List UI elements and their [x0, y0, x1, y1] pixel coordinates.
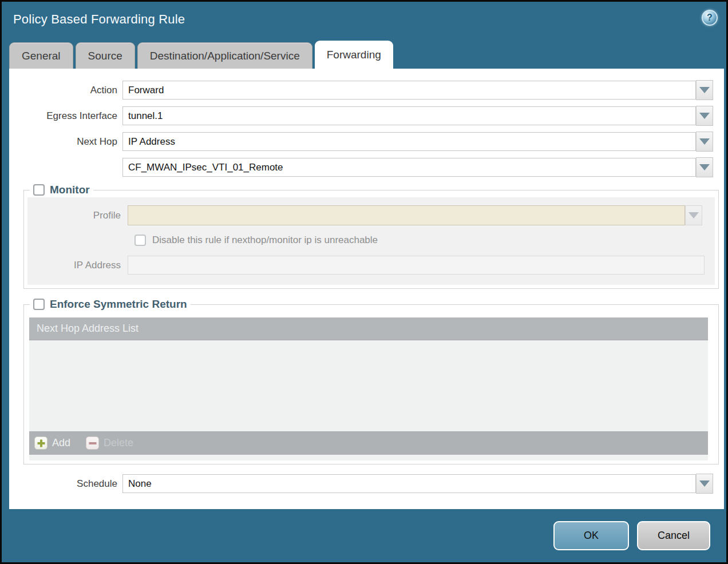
egress-interface-dropdown-button[interactable] — [696, 106, 713, 126]
next-hop-address-dropdown-button[interactable] — [696, 157, 713, 177]
enforce-symmetric-return-group: Enforce Symmetric Return Next Hop Addres… — [23, 298, 719, 464]
tab-source[interactable]: Source — [76, 42, 135, 69]
disable-rule-row: Disable this rule if nexthop/monitor ip … — [134, 233, 715, 247]
enforce-symmetric-return-legend: Enforce Symmetric Return — [30, 298, 191, 311]
monitor-ip-label: IP Address — [27, 260, 128, 271]
ok-button-label: OK — [584, 530, 599, 542]
action-label: Action — [9, 81, 122, 100]
disable-rule-checkbox[interactable] — [134, 235, 146, 246]
monitor-panel: Profile Disable this rule if nexthop/mon… — [27, 197, 715, 285]
action-value: Forward — [128, 85, 164, 96]
delete-button[interactable]: Delete — [86, 436, 133, 450]
egress-interface-field[interactable]: tunnel.1 — [122, 106, 696, 125]
dialog-title: Policy Based Forwarding Rule — [13, 12, 185, 27]
next-hop-value: IP Address — [128, 136, 175, 148]
help-icon[interactable]: ? — [702, 10, 718, 26]
tab-bar: General Source Destination/Application/S… — [9, 41, 393, 69]
egress-interface-row: Egress Interface tunnel.1 — [9, 106, 724, 125]
dialog-titlebar: Policy Based Forwarding Rule ? — [2, 2, 726, 37]
action-field[interactable]: Forward — [122, 81, 696, 100]
pbf-rule-dialog: Policy Based Forwarding Rule ? General S… — [0, 0, 728, 564]
next-hop-address-field[interactable]: CF_MWAN_IPsec_VTI_01_Remote — [122, 158, 696, 177]
forwarding-tab-content: Action Forward Egress Interface tunnel.1… — [9, 69, 724, 509]
profile-field[interactable] — [128, 205, 685, 225]
monitor-checkbox[interactable] — [33, 184, 45, 196]
add-button-label: Add — [52, 437, 70, 449]
cancel-button-label: Cancel — [658, 530, 690, 542]
add-button[interactable]: Add — [34, 436, 70, 450]
schedule-dropdown-button[interactable] — [696, 474, 713, 494]
help-glyph: ? — [707, 13, 713, 23]
profile-dropdown-button[interactable] — [685, 205, 702, 225]
profile-row: Profile — [27, 205, 715, 225]
next-hop-field[interactable]: IP Address — [122, 132, 696, 151]
next-hop-label: Next Hop — [9, 132, 122, 151]
next-hop-dropdown-button[interactable] — [696, 132, 713, 152]
monitor-legend: Monitor — [30, 184, 93, 196]
tab-forwarding[interactable]: Forwarding — [315, 41, 393, 69]
enforce-symmetric-return-label: Enforce Symmetric Return — [50, 298, 187, 311]
monitor-ip-row: IP Address — [27, 255, 715, 275]
chevron-down-icon — [699, 138, 710, 145]
minus-icon — [86, 436, 99, 450]
chevron-down-icon — [699, 87, 710, 93]
delete-button-label: Delete — [104, 437, 133, 449]
next-hop-address-list-header: Next Hop Address List — [29, 317, 708, 340]
plus-icon — [34, 436, 48, 450]
tab-general[interactable]: General — [9, 42, 73, 69]
next-hop-address-list-toolbar: Add Delete — [29, 431, 708, 455]
monitor-group: Monitor Profile Disable this rule if nex… — [23, 184, 719, 289]
egress-interface-label: Egress Interface — [9, 106, 122, 125]
next-hop-row: Next Hop IP Address — [9, 132, 724, 151]
schedule-row: Schedule None — [9, 474, 724, 493]
disable-rule-label: Disable this rule if nexthop/monitor ip … — [152, 235, 378, 246]
chevron-down-icon — [699, 164, 710, 170]
cancel-button[interactable]: Cancel — [637, 521, 710, 550]
schedule-label: Schedule — [9, 474, 122, 493]
chevron-down-icon — [689, 212, 699, 219]
enforce-symmetric-return-checkbox[interactable] — [33, 299, 45, 310]
action-row: Action Forward — [9, 81, 724, 100]
tab-destination-application-service[interactable]: Destination/Application/Service — [137, 42, 312, 69]
next-hop-address-list-table: Next Hop Address List Add Delete — [29, 317, 708, 460]
egress-interface-value: tunnel.1 — [128, 110, 163, 122]
next-hop-address-list-body[interactable] — [29, 340, 708, 431]
chevron-down-icon — [699, 480, 710, 487]
monitor-ip-field[interactable] — [128, 256, 705, 275]
ok-button[interactable]: OK — [553, 521, 629, 550]
profile-label: Profile — [27, 210, 128, 221]
action-dropdown-button[interactable] — [696, 80, 713, 100]
next-hop-address-list-header-label: Next Hop Address List — [37, 323, 139, 335]
schedule-field[interactable]: None — [122, 474, 696, 493]
chevron-down-icon — [699, 113, 710, 119]
next-hop-address-label-spacer — [9, 158, 122, 177]
schedule-value: None — [128, 478, 152, 490]
next-hop-address-value: CF_MWAN_IPsec_VTI_01_Remote — [128, 162, 283, 173]
monitor-label: Monitor — [50, 184, 90, 196]
next-hop-address-row: CF_MWAN_IPsec_VTI_01_Remote — [9, 158, 724, 177]
